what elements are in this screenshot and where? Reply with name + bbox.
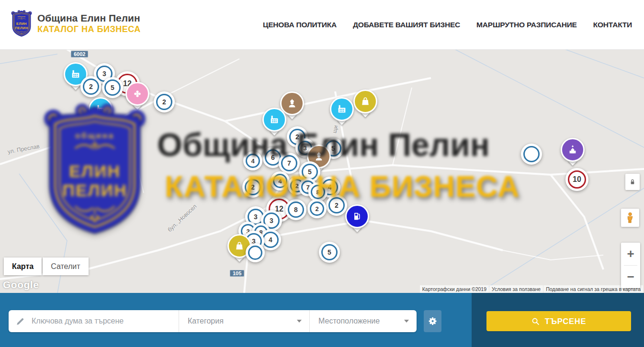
keyword-field-wrap	[9, 310, 179, 332]
cluster-count: 2	[162, 98, 166, 106]
search-fields: Категория Местоположение	[9, 310, 417, 332]
brand[interactable]: Община Елин Пелин КАТАЛОГ НА БИЗНЕСА	[11, 10, 141, 37]
search-bar: Категория Местоположение ТЪРСЕНЕ	[0, 293, 644, 347]
google-logo[interactable]: Google	[3, 279, 39, 291]
cluster-marker[interactable]: 4	[271, 171, 290, 190]
cluster-count: 7	[287, 159, 291, 167]
cluster-marker[interactable]: 5	[102, 77, 123, 98]
cluster-count: 2	[295, 133, 299, 141]
factory-pin[interactable]	[330, 97, 354, 121]
cluster-marker[interactable]	[521, 144, 542, 165]
cluster-count: 3	[254, 213, 258, 221]
factory-pin[interactable]	[89, 97, 113, 121]
fuel-pin[interactable]	[345, 204, 369, 228]
bag-pin[interactable]	[353, 90, 377, 113]
nav-item-pricing[interactable]: ЦЕНОВА ПОЛИТИКА	[263, 21, 337, 29]
cluster-count: 5	[331, 145, 335, 152]
church-icon	[561, 138, 585, 162]
gear-icon	[428, 316, 438, 326]
cluster-count: 2	[335, 201, 339, 209]
nav-item-route-schedule[interactable]: МАРШРУТНО РАЗПИСАНИЕ	[476, 21, 577, 29]
cluster-count: 10	[573, 175, 581, 184]
municipality-emblem-logo	[11, 10, 33, 37]
cluster-ring	[523, 146, 540, 162]
map-type-map-button[interactable]: Карта	[4, 257, 42, 275]
cluster-count: 2	[315, 205, 318, 213]
category-select[interactable]: Категория	[179, 310, 309, 332]
chevron-down-icon	[297, 320, 302, 323]
search-button-label: ТЪРСЕНЕ	[545, 317, 586, 326]
zoom-in-button[interactable]: +	[621, 243, 640, 265]
location-select-label: Местоположение	[318, 317, 417, 325]
cluster-count: 2	[295, 182, 298, 190]
keyword-search-input[interactable]	[31, 316, 179, 326]
map-type-control: Карта Сателит	[4, 257, 89, 275]
attribution-terms-link[interactable]: Условия за ползване	[489, 285, 543, 293]
cluster-count: 4	[269, 236, 272, 244]
nav-item-add-business[interactable]: ДОБАВЕТЕ ВАШИЯТ БИЗНЕС	[353, 21, 460, 29]
search-button[interactable]: ТЪРСЕНЕ	[486, 311, 631, 331]
site-title: Община Елин Пелин	[37, 12, 141, 24]
factory-icon	[262, 108, 286, 132]
pencil-icon	[16, 317, 25, 326]
cluster-marker[interactable]: 10	[565, 168, 588, 191]
cluster-count: 3	[270, 217, 273, 224]
zoom-out-button[interactable]: −	[621, 266, 640, 288]
pegman-icon	[624, 212, 636, 224]
cluster-marker[interactable]: 2	[326, 195, 347, 216]
markers-layer: 312252235647510422748221283338435	[0, 49, 644, 293]
cluster-count: 5	[111, 84, 114, 91]
cluster-count: 5	[308, 168, 312, 176]
cluster-marker[interactable]: 8	[308, 182, 328, 201]
lock-icon	[629, 178, 636, 186]
header: Община Елин Пелин КАТАЛОГ НА БИЗНЕСА ЦЕН…	[0, 0, 644, 50]
chevron-down-icon	[404, 320, 409, 323]
street-view-pegman-button[interactable]	[621, 209, 639, 227]
flower-icon	[125, 82, 149, 106]
cluster-marker[interactable]: 5	[319, 242, 340, 263]
cluster-count: 8	[316, 189, 319, 196]
cluster-count: 4	[328, 183, 332, 191]
factory-icon	[89, 97, 113, 121]
main-nav: ЦЕНОВА ПОЛИТИКА ДОБАВЕТЕ ВАШИЯТ БИЗНЕС М…	[263, 0, 632, 49]
cluster-marker[interactable]: 2	[307, 199, 327, 218]
category-select-label: Категория	[188, 317, 309, 325]
cluster-marker[interactable]: 2	[242, 177, 263, 198]
cluster-marker[interactable]	[246, 243, 265, 262]
flower-pin[interactable]	[125, 82, 149, 106]
cluster-marker[interactable]: 7	[279, 153, 300, 174]
site-subtitle: КАТАЛОГ НА БИЗНЕСА	[37, 24, 141, 34]
nav-item-contacts[interactable]: КОНТАКТИ	[593, 21, 632, 29]
cluster-count: 3	[102, 70, 106, 78]
cluster-count: 8	[294, 206, 298, 213]
map-type-satellite-button[interactable]: Сателит	[43, 257, 88, 275]
cluster-count: 5	[328, 248, 331, 256]
cluster-marker[interactable]: 2	[80, 76, 102, 97]
cluster-marker[interactable]: 8	[285, 199, 306, 220]
map-attribution: Картографски данни ©2019 Условия за полз…	[420, 285, 643, 293]
lock-button[interactable]	[625, 174, 640, 190]
cluster-ring	[248, 246, 262, 260]
location-select[interactable]: Местоположение	[309, 310, 417, 332]
search-icon	[531, 317, 540, 325]
factory-pin[interactable]	[262, 108, 286, 132]
cluster-count: 2	[89, 83, 93, 90]
church-pin[interactable]	[561, 138, 585, 162]
zoom-control: + −	[621, 243, 640, 288]
attribution-copyright: Картографски данни ©2019	[420, 285, 489, 293]
cluster-marker[interactable]: 4	[243, 151, 262, 170]
cluster-count: 4	[278, 178, 282, 185]
cluster-count: 2	[251, 183, 255, 191]
bag-icon	[353, 90, 377, 113]
cluster-count: 6	[271, 154, 275, 161]
cluster-count: 4	[251, 157, 254, 165]
map-canvas[interactable]: 312252235647510422748221283338435 Община…	[0, 49, 644, 293]
fuel-icon	[345, 204, 369, 228]
factory-icon	[330, 97, 354, 121]
cluster-count: 3	[303, 145, 306, 152]
cluster-marker[interactable]: 2	[154, 91, 175, 112]
advanced-settings-button[interactable]	[424, 310, 441, 332]
